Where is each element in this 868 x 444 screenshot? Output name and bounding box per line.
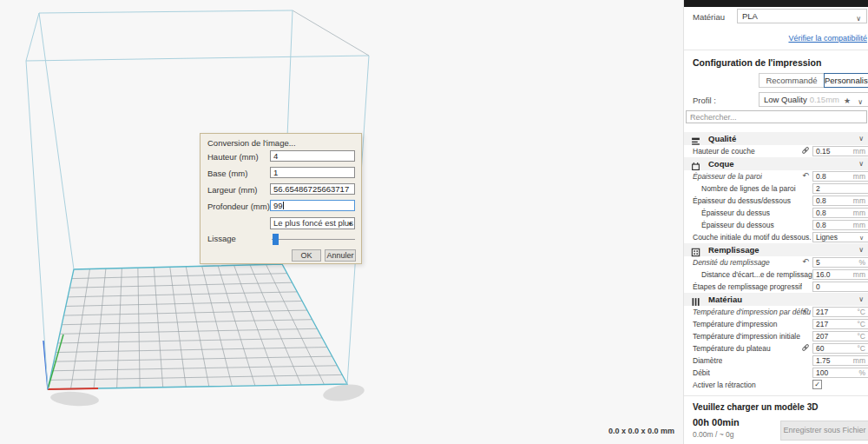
print-settings-panel: Matériau PLA ∨ Vérifier la compatibilité… <box>683 0 868 444</box>
save-to-file-button[interactable]: Enregistrer sous Fichier <box>780 421 868 441</box>
darkness-mode-select[interactable]: Le plus foncé est plus h... ▾ <box>270 217 355 229</box>
setting-label: Couche initiale du motif du dessous. <box>693 231 811 243</box>
profile-detail: 0.15mm <box>810 95 839 104</box>
chevron-down-icon[interactable]: ∨ <box>858 293 864 306</box>
setting-label: Diamètre <box>693 355 722 367</box>
width-field <box>270 183 355 195</box>
setting-value-box[interactable]: 0.8 mm <box>812 195 868 206</box>
setting-diameter: Diamètre 1.75 mm <box>684 355 868 367</box>
section-infill[interactable]: Remplissage ∨ <box>684 243 868 256</box>
smoothing-slider[interactable] <box>272 239 355 240</box>
tab-custom[interactable]: Personnalisé <box>824 73 868 88</box>
setting-print-temp: Température d'impression 217 °C <box>684 318 868 330</box>
section-label: Qualité <box>708 132 736 145</box>
setting-label: Épaisseur du dessus <box>701 207 770 219</box>
profile-select[interactable]: Low Quality0.15mm ★ ∨ <box>759 92 868 107</box>
link-icon[interactable] <box>801 343 810 353</box>
setting-dropdown[interactable]: Lignes ∨ <box>812 232 868 242</box>
load-model-message: Veuillez charger un modèle 3D <box>693 402 819 412</box>
cancel-button[interactable]: Annuler <box>325 249 356 262</box>
setting-value-box[interactable]: 5 % <box>812 257 868 268</box>
setting-label: Distance d'écart...e de remplissage <box>701 268 817 281</box>
depth-field <box>270 200 355 211</box>
setting-value-box[interactable]: 0.8 mm <box>812 171 868 182</box>
setting-label: Épaisseur de la paroi <box>693 170 762 182</box>
setting-value: 0.15 <box>816 147 831 156</box>
setting-value-box[interactable]: 217 °C <box>812 307 868 317</box>
chevron-down-icon[interactable]: ∨ <box>858 243 864 256</box>
search-input[interactable] <box>686 110 867 123</box>
setting-value: 0.8 <box>816 221 826 230</box>
revert-icon[interactable]: ↶ <box>801 307 810 316</box>
setting-value-box[interactable]: 1.75 mm <box>812 355 868 366</box>
height-field-label: Hauteur (mm) <box>207 152 259 162</box>
cura-application-window: 0.0 x 0.0 x 0.0 mm Conversion de l'image… <box>0 0 868 444</box>
height-input[interactable] <box>270 150 355 162</box>
setting-value-box[interactable]: 217 °C <box>812 319 868 329</box>
section-material[interactable]: Matériau ∨ <box>684 293 868 306</box>
setting-label: Étapes de remplissage progressif <box>693 281 802 293</box>
material-value: PLA <box>742 11 758 21</box>
section-label: Remplissage <box>708 243 760 256</box>
setting-value: 0.8 <box>816 209 826 218</box>
setting-value-box[interactable]: 0 <box>812 282 868 292</box>
viewport-3d[interactable]: 0.0 x 0.0 x 0.0 mm Conversion de l'image… <box>0 0 683 444</box>
width-field-label: Largeur (mm) <box>207 185 258 195</box>
tab-recommended[interactable]: Recommandé <box>759 73 825 88</box>
darkness-mode-value: Le plus foncé est plus h... <box>273 218 355 228</box>
setting-label: Activer la rétraction <box>693 379 756 391</box>
setting-value-box[interactable]: 207 °C <box>812 331 868 341</box>
compatibility-link[interactable]: Vérifier la compatibilité <box>684 34 867 43</box>
setting-value-box[interactable]: 0.8 mm <box>812 220 868 230</box>
setting-value-box[interactable]: 0.8 mm <box>812 208 868 218</box>
setting-bed-temp: Température du plateau 60 °C <box>684 342 868 355</box>
setting-unit: °C <box>857 332 865 341</box>
plate-foot-shadow <box>50 390 100 408</box>
depth-field-label: Profondeur (mm) <box>207 202 270 211</box>
setting-label: Hauteur de couche <box>693 145 755 157</box>
base-input[interactable] <box>270 167 355 178</box>
revert-icon[interactable]: ↶ <box>801 257 810 267</box>
dropdown-arrow-icon: ▾ <box>348 219 352 229</box>
setting-unit: °C <box>857 344 865 354</box>
section-shell[interactable]: Coque ∨ <box>684 157 868 170</box>
setting-default-print-temp: Température d'impression par défaut ↶ 21… <box>684 306 868 318</box>
material-select[interactable]: PLA ∨ <box>737 9 867 23</box>
setting-unit: mm <box>853 209 865 218</box>
chevron-down-icon[interactable]: ∨ <box>858 132 864 145</box>
smoothing-slider-handle[interactable] <box>273 234 279 245</box>
width-input[interactable] <box>270 183 355 195</box>
setting-unit: mm <box>853 221 865 230</box>
link-icon[interactable] <box>801 146 810 156</box>
setting-value: 60 <box>816 344 824 354</box>
retraction-checkbox[interactable]: ✓ <box>812 380 822 389</box>
setting-unit: % <box>858 258 865 268</box>
setting-value-box[interactable]: 60 °C <box>812 343 868 354</box>
setting-value-box[interactable]: 100 % <box>812 368 868 378</box>
quality-icon <box>691 134 700 143</box>
header-bar <box>684 0 868 7</box>
text-caret <box>283 202 284 209</box>
settings-list: Qualité ∨ Hauteur de couche 0.15 mm Coqu… <box>684 132 868 391</box>
revert-icon[interactable]: ↶ <box>801 171 810 181</box>
profile-label: Profil : <box>693 96 716 105</box>
model-dimensions-label: 0.0 x 0.0 x 0.0 mm <box>556 427 674 435</box>
setting-infill-density: Densité du remplissage ↶ 5 % <box>684 256 868 268</box>
section-quality[interactable]: Qualité ∨ <box>684 132 868 145</box>
setting-value-box[interactable]: 16.0 mm <box>812 269 868 280</box>
setting-value: 207 <box>816 332 828 341</box>
material-usage-estimate: 0.00m / ~ 0g <box>693 430 734 439</box>
setting-wall-thickness: Épaisseur de la paroi ↶ 0.8 mm <box>684 170 868 182</box>
height-field <box>270 150 355 162</box>
setting-label: Température d'impression par défaut <box>693 306 811 318</box>
setting-value-box[interactable]: 2 <box>812 183 868 194</box>
setting-unit: °C <box>857 308 865 317</box>
ok-button[interactable]: OK <box>292 249 321 262</box>
setting-value-box[interactable]: 0.15 mm <box>812 146 868 156</box>
chevron-down-icon[interactable]: ∨ <box>858 157 864 170</box>
setting-unit: °C <box>857 320 865 329</box>
x-axis-line <box>48 388 98 389</box>
star-icon[interactable]: ★ <box>844 95 851 107</box>
print-time-estimate: 00h 00min <box>693 417 740 427</box>
setting-bottom-thickness: Épaisseur du dessous 0.8 mm <box>684 219 868 231</box>
